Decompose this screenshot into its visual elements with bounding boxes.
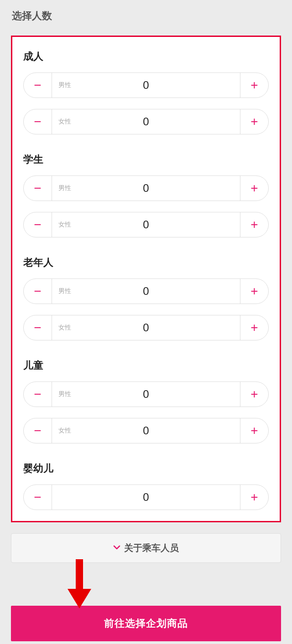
category-child: 儿童 − 男性 0 + − 女性 0 + [23, 359, 269, 443]
minus-button[interactable]: − [24, 212, 52, 237]
stepper-center: 男性 0 [52, 279, 240, 304]
plus-button[interactable]: + [240, 418, 268, 443]
stepper-senior-male: − 男性 0 + [23, 278, 269, 304]
plus-button[interactable]: + [240, 382, 268, 407]
stepper-center: 0 [52, 485, 240, 510]
plus-button[interactable]: + [240, 212, 268, 237]
stepper-student-female: − 女性 0 + [23, 212, 269, 237]
about-passengers-label: 关于乘车人员 [124, 542, 179, 554]
minus-button[interactable]: − [24, 279, 52, 304]
plus-button[interactable]: + [240, 176, 268, 201]
stepper-label: 男性 [58, 390, 71, 398]
stepper-value: 0 [52, 79, 240, 92]
svg-rect-0 [76, 559, 83, 591]
stepper-center: 女性 0 [52, 212, 240, 237]
stepper-senior-female: − 女性 0 + [23, 315, 269, 340]
stepper-infant: − 0 + [23, 484, 269, 510]
minus-button[interactable]: − [24, 73, 52, 98]
plus-button[interactable]: + [240, 485, 268, 510]
about-passengers-panel[interactable]: 关于乘车人员 [11, 533, 281, 563]
category-senior: 老年人 − 男性 0 + − 女性 0 + [23, 256, 269, 340]
category-title-senior: 老年人 [23, 256, 269, 269]
proceed-button[interactable]: 前往选择企划商品 [11, 606, 281, 641]
plus-button[interactable]: + [240, 109, 268, 134]
stepper-value: 0 [52, 285, 240, 298]
stepper-center: 女性 0 [52, 418, 240, 443]
minus-button[interactable]: − [24, 485, 52, 510]
chevron-down-icon [113, 544, 120, 552]
stepper-label: 男性 [58, 287, 71, 295]
stepper-adult-female: − 女性 0 + [23, 109, 269, 134]
stepper-value: 0 [52, 218, 240, 231]
minus-button[interactable]: − [24, 315, 52, 340]
stepper-center: 男性 0 [52, 176, 240, 201]
selection-panel: 成人 − 男性 0 + − 女性 0 + 学生 − [11, 36, 281, 522]
arrow-down-icon [68, 559, 91, 609]
stepper-center: 女性 0 [52, 109, 240, 134]
stepper-child-female: − 女性 0 + [23, 418, 269, 443]
stepper-student-male: − 男性 0 + [23, 175, 269, 201]
stepper-label: 男性 [58, 184, 71, 192]
svg-marker-1 [68, 589, 91, 608]
category-student: 学生 − 男性 0 + − 女性 0 + [23, 153, 269, 237]
category-title-child: 儿童 [23, 359, 269, 372]
category-infant: 婴幼儿 − 0 + [23, 462, 269, 510]
stepper-value: 0 [52, 182, 240, 195]
arrow-annotation [11, 559, 281, 609]
stepper-label: 男性 [58, 81, 71, 89]
stepper-label: 女性 [58, 427, 71, 435]
stepper-child-male: − 男性 0 + [23, 381, 269, 407]
plus-button[interactable]: + [240, 315, 268, 340]
stepper-center: 男性 0 [52, 382, 240, 407]
stepper-value: 0 [52, 491, 240, 504]
page-title: 选择人数 [11, 9, 281, 23]
stepper-label: 女性 [58, 221, 71, 229]
minus-button[interactable]: − [24, 382, 52, 407]
minus-button[interactable]: − [24, 109, 52, 134]
stepper-center: 女性 0 [52, 315, 240, 340]
stepper-value: 0 [52, 388, 240, 401]
category-title-adult: 成人 [23, 50, 269, 63]
stepper-label: 女性 [58, 324, 71, 332]
minus-button[interactable]: − [24, 418, 52, 443]
stepper-adult-male: − 男性 0 + [23, 72, 269, 98]
category-title-student: 学生 [23, 153, 269, 166]
stepper-value: 0 [52, 424, 240, 437]
stepper-value: 0 [52, 321, 240, 334]
stepper-center: 男性 0 [52, 73, 240, 98]
stepper-label: 女性 [58, 118, 71, 126]
category-title-infant: 婴幼儿 [23, 462, 269, 475]
plus-button[interactable]: + [240, 279, 268, 304]
category-adult: 成人 − 男性 0 + − 女性 0 + [23, 50, 269, 134]
minus-button[interactable]: − [24, 176, 52, 201]
stepper-value: 0 [52, 115, 240, 128]
plus-button[interactable]: + [240, 73, 268, 98]
